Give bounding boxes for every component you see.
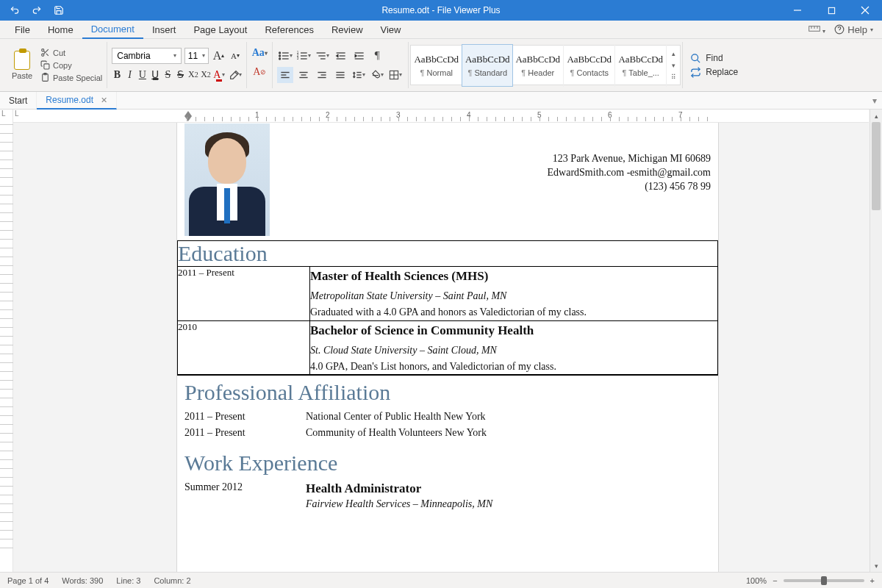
line-spacing-button[interactable]: ▾ bbox=[351, 67, 367, 83]
tab-resume[interactable]: Resume.odt✕ bbox=[37, 92, 117, 110]
subscript-button[interactable]: X2 bbox=[201, 67, 211, 83]
zoom-in-button[interactable]: + bbox=[870, 576, 875, 585]
superscript-button[interactable]: X2 bbox=[188, 67, 198, 83]
align-left-button[interactable] bbox=[277, 67, 293, 83]
bold-button[interactable]: B bbox=[112, 67, 122, 83]
aff-1-text: Community of Health Volunteers New York bbox=[306, 427, 711, 439]
zoom-slider[interactable] bbox=[784, 579, 864, 582]
menu-insert[interactable]: Insert bbox=[143, 21, 185, 38]
scissors-icon bbox=[40, 48, 50, 58]
font-color-button[interactable]: A▾ bbox=[213, 67, 225, 83]
edu-0-institution: Metropolitan State University – Saint Pa… bbox=[310, 288, 717, 304]
italic-button[interactable]: I bbox=[125, 67, 135, 83]
svg-point-10 bbox=[41, 49, 43, 51]
styles-gallery[interactable]: AaBbCcDdNormal AaBbCcDdStandard AaBbCcDd… bbox=[410, 45, 681, 85]
copy-icon bbox=[40, 60, 50, 71]
status-line: Line: 3 bbox=[116, 576, 140, 585]
replace-button[interactable]: Replace bbox=[690, 67, 738, 78]
strikethrough-button[interactable]: S bbox=[162, 67, 173, 83]
save-button[interactable] bbox=[50, 0, 68, 21]
vertical-ruler[interactable]: L bbox=[0, 110, 13, 572]
align-center-button[interactable] bbox=[295, 67, 312, 83]
titlebar: Resume.odt - File Viewer Plus bbox=[0, 0, 882, 21]
increase-indent-button[interactable] bbox=[351, 48, 367, 64]
aff-0-text: National Center of Public Health New Yor… bbox=[306, 411, 711, 423]
menu-home[interactable]: Home bbox=[39, 21, 82, 38]
work-heading: Work Experience bbox=[184, 451, 711, 476]
ribbon: Paste Cut Copy Paste Special Cambria▾ 11… bbox=[0, 39, 882, 92]
education-table: Education 2011 – Present Master of Healt… bbox=[177, 240, 718, 375]
resume-photo bbox=[184, 123, 270, 236]
menu-view[interactable]: View bbox=[372, 21, 410, 38]
align-right-button[interactable] bbox=[314, 67, 330, 83]
minimize-button[interactable] bbox=[781, 0, 814, 21]
tabs-overflow-button[interactable]: ▾ bbox=[867, 92, 882, 109]
menu-file[interactable]: File bbox=[6, 21, 39, 38]
work-0-institution: Fairview Health Services – Minneapolis, … bbox=[306, 498, 711, 510]
styles-scroll[interactable]: ▴▾⠿ bbox=[667, 50, 680, 81]
scroll-thumb[interactable] bbox=[872, 122, 881, 210]
style-normal[interactable]: AaBbCcDdNormal bbox=[411, 44, 462, 87]
edu-1-institution: St. Cloud State University – Saint Cloud… bbox=[310, 343, 717, 359]
double-strike-button[interactable]: S̶ bbox=[175, 67, 185, 83]
clear-format-button[interactable]: A⊘ bbox=[251, 64, 268, 80]
menu-references[interactable]: References bbox=[256, 21, 322, 38]
style-contacts[interactable]: AaBbCcDdContacts bbox=[564, 44, 615, 87]
decrease-indent-button[interactable] bbox=[332, 48, 348, 64]
find-button[interactable]: Find bbox=[690, 53, 738, 64]
bullets-button[interactable]: ▾ bbox=[277, 48, 293, 64]
font-size-select[interactable]: 11▾ bbox=[184, 48, 209, 64]
menu-review[interactable]: Review bbox=[323, 21, 372, 38]
align-justify-button[interactable] bbox=[332, 67, 348, 83]
undo-button[interactable] bbox=[6, 0, 24, 21]
help-label: Help bbox=[847, 24, 867, 35]
edu-0-title: Master of Health Sciences (MHS) bbox=[310, 267, 717, 286]
svg-point-20 bbox=[279, 55, 281, 57]
scroll-up-icon[interactable]: ▴ bbox=[870, 110, 882, 122]
contact-email: EdwardSmith.com -esmith@gmail.com bbox=[548, 166, 711, 180]
maximize-button[interactable] bbox=[814, 0, 848, 21]
paste-special-button[interactable]: Paste Special bbox=[40, 73, 102, 83]
paste-label: Paste bbox=[12, 71, 32, 80]
affiliation-section: Professional Affiliation 2011 – PresentN… bbox=[177, 375, 718, 451]
style-header[interactable]: AaBbCcDdHeader bbox=[512, 44, 564, 87]
work-section: Work Experience Summer 2012 Health Admin… bbox=[177, 451, 718, 522]
paste-special-label: Paste Special bbox=[53, 74, 102, 82]
menu-document[interactable]: Document bbox=[82, 21, 143, 39]
shading-button[interactable]: ▾ bbox=[369, 67, 385, 83]
paste-button[interactable]: Paste bbox=[7, 48, 37, 83]
show-marks-button[interactable]: ¶ bbox=[369, 48, 385, 64]
cut-button[interactable]: Cut bbox=[40, 48, 102, 58]
menu-page-layout[interactable]: Page Layout bbox=[184, 21, 256, 38]
document-page: 123 Park Avenue, Michigan MI 60689 Edwar… bbox=[177, 123, 718, 572]
scroll-down-icon[interactable]: ▾ bbox=[870, 559, 882, 572]
svg-line-58 bbox=[698, 60, 700, 62]
redo-button[interactable] bbox=[28, 0, 46, 21]
copy-button[interactable]: Copy bbox=[40, 60, 102, 71]
multilevel-button[interactable]: ▾ bbox=[314, 48, 330, 64]
grow-font-button[interactable]: A▴ bbox=[212, 48, 225, 64]
ruler-toggle-icon[interactable]: ▾ bbox=[808, 24, 826, 35]
status-words: Words: 390 bbox=[62, 576, 103, 585]
chevron-down-icon: ▾ bbox=[202, 52, 205, 59]
borders-button[interactable]: ▾ bbox=[387, 67, 404, 83]
style-standard[interactable]: AaBbCcDdStandard bbox=[462, 44, 513, 87]
double-underline-button[interactable]: U̳ bbox=[150, 67, 160, 83]
shrink-font-button[interactable]: A▾ bbox=[229, 48, 242, 64]
close-tab-icon[interactable]: ✕ bbox=[101, 96, 107, 105]
numbering-button[interactable]: 123▾ bbox=[295, 48, 312, 64]
horizontal-ruler[interactable]: L 1234567 bbox=[13, 110, 869, 123]
style-table[interactable]: AaBbCcDdTable_... bbox=[615, 44, 667, 87]
document-viewport[interactable]: 123 Park Avenue, Michigan MI 60689 Edwar… bbox=[13, 123, 882, 572]
aff-1-dates: 2011 – Present bbox=[184, 427, 306, 439]
vertical-scrollbar[interactable]: ▴ ▾ bbox=[870, 110, 882, 572]
highlight-button[interactable]: ▾ bbox=[227, 67, 242, 83]
font-name-select[interactable]: Cambria▾ bbox=[112, 48, 182, 64]
help-button[interactable]: Help ▾ bbox=[831, 24, 876, 35]
close-button[interactable] bbox=[848, 0, 882, 21]
zoom-out-button[interactable]: − bbox=[772, 576, 777, 585]
underline-button[interactable]: U bbox=[137, 67, 148, 83]
tab-start[interactable]: Start bbox=[0, 92, 37, 109]
edu-0-detail: Graduated with a 4.0 GPA and honors as V… bbox=[310, 304, 717, 320]
change-case-button[interactable]: Aa▾ bbox=[251, 45, 268, 61]
